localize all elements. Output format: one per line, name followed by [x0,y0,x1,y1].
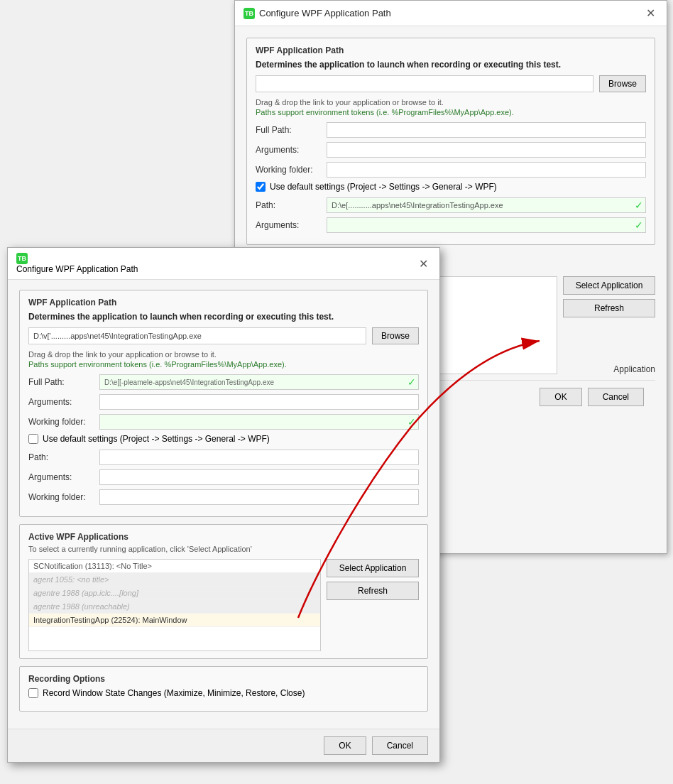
bg-args-check-icon: ✓ [635,219,643,231]
fg-args-value-input[interactable] [99,469,419,485]
bg-path-field-row: Path: ✓ [256,197,646,213]
fg-workingfolder-label: Working folder: [28,417,99,427]
fg-working-label2: Working folder: [28,492,99,502]
bg-close-button[interactable]: ✕ [643,6,658,20]
fg-working-field-row2: Working folder: [28,489,419,505]
bg-fullpath-input[interactable] [327,122,646,138]
fg-browse-button[interactable]: Browse [372,327,419,344]
foreground-dialog: TB Configure WPF Application Path ✕ WPF … [7,247,440,763]
bg-wpf-desc: Determines the application to launch whe… [256,60,646,70]
list-item[interactable]: agentre 1988 (app.iclc....[long] [29,587,320,600]
fg-path-input[interactable] [28,327,366,344]
bg-arguments-label: Arguments: [256,145,327,155]
fg-select-app-button[interactable]: Select Application [327,559,419,577]
bg-default-settings-checkbox[interactable] [256,182,266,192]
fg-workingfolder-row: Working folder: ✓ [28,414,419,430]
list-item[interactable]: agentre 1988 (unreachable) [29,600,320,614]
bg-path-label: Path: [256,200,327,210]
bg-path-input[interactable] [256,75,593,92]
bg-path-row: Browse [256,75,646,92]
fg-active-section: Active WPF Applications To select a curr… [19,524,428,659]
fg-wpf-title: WPF Application Path [28,298,419,307]
fg-path-row: Browse [28,327,419,344]
fg-recording-checkbox-label: Record Window State Changes (Maximize, M… [43,688,305,698]
bg-args-field-row: Arguments: ✓ [256,217,646,233]
bg-wpf-title: WPF Application Path [256,45,646,55]
fg-fullpath-label: Full Path: [28,377,99,387]
fg-workingfolder-check-icon: ✓ [407,416,416,428]
bg-ok-button[interactable]: OK [540,388,581,406]
fg-recording-checkbox[interactable] [28,688,38,698]
bg-checkbox-row: Use default settings (Project -> Setting… [256,182,646,192]
bg-checkbox-label: Use default settings (Project -> Setting… [270,182,497,192]
fg-footer: OK Cancel [8,729,439,762]
bg-workingfolder-row: Working folder: [256,162,646,178]
fg-hint1: Drag & drop the link to your application… [28,350,419,359]
fg-path-label2: Path: [28,452,99,462]
bg-select-app-button[interactable]: Select Application [563,276,655,295]
fg-arguments-row: Arguments: [28,394,419,410]
fg-fullpath-check-icon: ✓ [407,376,416,388]
fg-checkbox-label: Use default settings (Project -> Setting… [43,434,270,444]
fg-workingfolder-wrapper: ✓ [99,414,419,430]
fg-default-settings-checkbox[interactable] [28,434,38,444]
list-item[interactable]: SCNotification (13113): <No Title> [29,560,320,573]
fg-workingfolder-input[interactable] [99,414,419,430]
bg-refresh-button[interactable]: Refresh [563,299,655,317]
bg-arguments-input[interactable] [327,142,646,158]
fg-fullpath-wrapper: ✓ [99,374,419,390]
fg-dialog-title: Configure WPF Application Path [16,264,138,274]
bg-title-left: TB Configure WPF Application Path [244,8,391,19]
fg-app-list-buttons: Select Application Refresh [327,559,419,651]
bg-workingfolder-input[interactable] [327,162,646,178]
fg-ok-button[interactable]: OK [324,736,366,755]
fg-cancel-button[interactable]: Cancel [372,736,428,755]
bg-path-value-input[interactable] [327,197,646,213]
fg-title-icon: TB [16,253,28,264]
bg-arguments-row: Arguments: [256,142,646,158]
fg-fullpath-input[interactable] [99,374,419,390]
fg-active-hint: To select a currently running applicatio… [28,545,419,553]
fg-path-value-input[interactable] [99,450,419,465]
fg-wpf-section: WPF Application Path Determines the appl… [19,290,428,517]
fg-args-label2: Arguments: [28,472,99,482]
bg-args-value-input[interactable] [327,217,646,233]
bg-args-label2: Arguments: [256,220,327,230]
bg-fullpath-row: Full Path: [256,122,646,138]
bg-workingfolder-label: Working folder: [256,165,327,175]
fg-recording-checkbox-row: Record Window State Changes (Maximize, M… [28,688,419,698]
fg-fullpath-row: Full Path: ✓ [28,374,419,390]
bg-title-bar: TB Configure WPF Application Path ✕ [235,1,667,26]
fg-working-value-input[interactable] [99,489,419,505]
bg-path-wrapper: ✓ [327,197,646,213]
bg-fullpath-label: Full Path: [256,125,327,135]
fg-title-bar: TB Configure WPF Application Path ✕ [8,248,439,280]
list-item-selected[interactable]: IntegrationTestingApp (22524): MainWindo… [29,614,320,627]
fg-refresh-button[interactable]: Refresh [327,582,419,600]
fg-arguments-label: Arguments: [28,397,99,407]
bg-path-check-icon: ✓ [635,200,643,211]
list-item[interactable]: agent 1055: <no title> [29,573,320,587]
fg-dialog-content: WPF Application Path Determines the appl… [8,280,439,729]
bg-app-label: Application [563,364,655,374]
fg-args-field-row: Arguments: [28,469,419,485]
fg-close-button[interactable]: ✕ [416,257,431,271]
bg-hint1: Drag & drop the link to your application… [256,98,646,107]
bg-wpf-section: WPF Application Path Determines the appl… [246,38,655,245]
bg-dialog-title: Configure WPF Application Path [259,8,391,18]
fg-app-list[interactable]: SCNotification (13113): <No Title> agent… [28,559,321,651]
fg-checkbox-row: Use default settings (Project -> Setting… [28,434,419,444]
bg-app-buttons: Select Application Refresh Application [563,276,655,374]
fg-hint2: Paths support environment tokens (i.e. %… [28,360,419,369]
fg-app-list-area: SCNotification (13113): <No Title> agent… [28,559,419,651]
bg-hint2: Paths support environment tokens (i.e. %… [256,108,646,116]
fg-recording-section: Recording Options Record Window State Ch… [19,666,428,712]
fg-recording-title: Recording Options [28,674,419,684]
fg-active-title: Active WPF Applications [28,532,419,542]
fg-path-field-row: Path: [28,450,419,465]
fg-title-left: TB Configure WPF Application Path [16,253,138,274]
bg-browse-button[interactable]: Browse [599,75,646,92]
fg-arguments-input[interactable] [99,394,419,410]
bg-args-wrapper: ✓ [327,217,646,233]
bg-cancel-button[interactable]: Cancel [588,388,644,406]
